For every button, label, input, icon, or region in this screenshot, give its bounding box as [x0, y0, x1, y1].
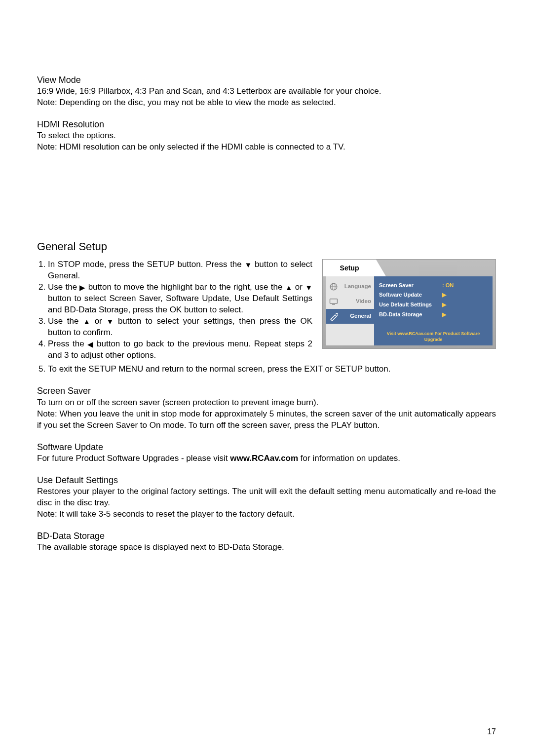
use-default-heading: Use Default Settings	[37, 474, 496, 486]
setup-menu-title: Setup	[323, 260, 376, 276]
setup-menu-figure: Setup Language Video	[322, 259, 496, 349]
opt-screen-saver[interactable]: Screen Saver : ON	[379, 280, 488, 290]
up-arrow-icon: ▲	[83, 318, 90, 325]
view-mode-text-1: 16:9 Wide, 16:9 Pillarbox, 4:3 Pan and S…	[37, 86, 496, 97]
screen-saver-heading: Screen Saver	[37, 385, 496, 397]
step-1: In STOP mode, press the SETUP button. Pr…	[48, 259, 312, 282]
menu-item-video-label: Video	[341, 298, 371, 305]
step-5: To exit the SETUP MENU and return to the…	[48, 364, 496, 375]
right-arrow-icon: ▶	[79, 284, 85, 291]
opt-software-update-label: Software Update	[379, 291, 439, 299]
opt-software-update[interactable]: Software Update ▶	[379, 290, 488, 300]
software-update-block: Software Update For future Product Softw…	[37, 441, 496, 464]
step-2-text-a: Use the	[48, 282, 79, 292]
general-setup-row: In STOP mode, press the SETUP button. Pr…	[37, 259, 496, 361]
screen-saver-text-2: Note: When you leave the unit in stop mo…	[37, 409, 496, 431]
gear-icon	[329, 311, 339, 321]
up-arrow-icon: ▲	[285, 284, 293, 291]
step-4: Press the ◀ button to go back to the pre…	[48, 339, 312, 361]
software-update-heading: Software Update	[37, 441, 496, 453]
down-arrow-icon: ▼	[305, 284, 312, 291]
menu-item-video[interactable]: Video	[326, 294, 374, 309]
setup-menu-header: Setup	[323, 260, 495, 276]
setup-menu-left-list: Language Video General	[326, 276, 374, 345]
use-default-text-2: Note: It will take 3-5 seconds to reset …	[37, 509, 496, 520]
opt-screen-saver-value: : ON	[442, 282, 454, 289]
hdmi-resolution-section: HDMI Resolution To select the options. N…	[37, 118, 496, 153]
use-default-block: Use Default Settings Restores your playe…	[37, 474, 496, 520]
step-5-text: To exit the SETUP MENU and return to the…	[48, 364, 496, 375]
globe-icon	[329, 282, 339, 292]
opt-bd-data-label: BD-Data Storage	[379, 311, 439, 318]
down-arrow-icon: ▼	[106, 318, 114, 325]
screen-saver-block: Screen Saver To turn on or off the scree…	[37, 385, 496, 431]
view-mode-text-2: Note: Depending on the disc, you may not…	[37, 97, 496, 109]
setup-menu-body: Language Video General	[326, 276, 493, 345]
opt-use-default[interactable]: Use Default Settings ▶	[379, 300, 488, 310]
bd-data-text: The available storage space is displayed…	[37, 542, 496, 553]
opt-screen-saver-label: Screen Saver	[379, 282, 439, 289]
step-3-text-b: or	[90, 316, 106, 326]
hdmi-text-2: Note: HDMI resolution can be only select…	[37, 142, 496, 153]
software-update-link: www.RCAav.com	[230, 454, 298, 463]
view-mode-heading: View Mode	[37, 74, 496, 86]
step-4-text-a: Press the	[48, 339, 87, 348]
menu-item-language-label: Language	[341, 283, 371, 291]
setup-menu-right-panel: Screen Saver : ON Software Update ▶ Use …	[374, 276, 493, 345]
left-arrow-icon: ◀	[87, 340, 93, 348]
opt-bd-data-storage[interactable]: BD-Data Storage ▶	[379, 310, 488, 320]
use-default-text-1: Restores your player to the original fac…	[37, 486, 496, 509]
tv-icon	[329, 297, 339, 306]
step-1-text-a: In STOP mode, press the SETUP button. Pr…	[48, 260, 244, 269]
setup-tab-divider	[376, 260, 386, 276]
software-update-prefix: For future Product Software Upgrades - p…	[37, 454, 230, 463]
page-number: 17	[487, 726, 496, 737]
opt-use-default-value: ▶	[442, 301, 446, 308]
software-update-suffix: for information on updates.	[298, 454, 400, 463]
general-setup-step-5: To exit the SETUP MENU and return to the…	[37, 364, 496, 375]
hdmi-text-1: To select the options.	[37, 130, 496, 142]
opt-use-default-label: Use Default Settings	[379, 301, 439, 308]
general-setup-steps-1-4: In STOP mode, press the SETUP button. Pr…	[37, 259, 312, 361]
setup-menu-footnote: Visit www.RCAav.com For Product Software…	[379, 323, 488, 342]
screen-saver-text-1: To turn on or off the screen saver (scre…	[37, 397, 496, 409]
menu-item-general[interactable]: General	[326, 309, 374, 324]
setup-menu-box: Setup Language Video	[322, 259, 496, 349]
step-2: Use the ▶ button to move the highlight b…	[48, 282, 312, 316]
software-update-text: For future Product Software Upgrades - p…	[37, 453, 496, 464]
step-3: Use the ▲ or ▼ button to select your set…	[48, 316, 312, 339]
svg-rect-3	[330, 299, 338, 303]
menu-item-language[interactable]: Language	[326, 279, 374, 294]
view-mode-section: View Mode 16:9 Wide, 16:9 Pillarbox, 4:3…	[37, 74, 496, 109]
general-setup-heading: General Setup	[37, 239, 496, 254]
menu-item-general-label: General	[341, 312, 371, 320]
hdmi-heading: HDMI Resolution	[37, 118, 496, 130]
bd-data-heading: BD-Data Storage	[37, 530, 496, 542]
step-2-text-c: or	[293, 282, 305, 292]
opt-bd-data-value: ▶	[442, 311, 446, 318]
step-2-text-d: button to select Screen Saver, Software …	[48, 294, 312, 314]
step-3-text-a: Use the	[48, 316, 83, 326]
step-2-text-b: button to move the highlight bar to the …	[85, 282, 285, 292]
bd-data-block: BD-Data Storage The available storage sp…	[37, 530, 496, 553]
down-arrow-icon: ▼	[244, 261, 252, 268]
steps-column: In STOP mode, press the SETUP button. Pr…	[37, 259, 312, 361]
opt-software-update-value: ▶	[442, 291, 446, 299]
